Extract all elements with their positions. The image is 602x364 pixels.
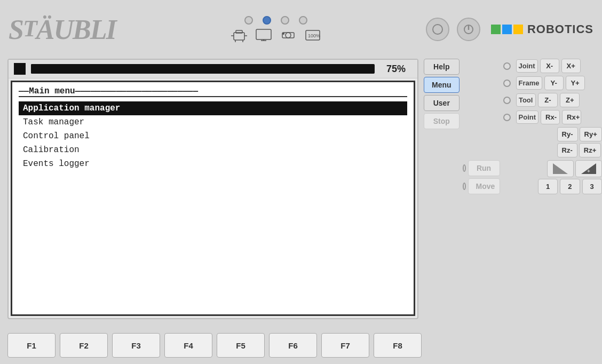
num2-button[interactable]: 2 <box>560 179 580 194</box>
num3-button[interactable]: 3 <box>582 179 602 194</box>
speed-minus-button[interactable] <box>547 160 574 177</box>
menu-title: ——Main menu———————————————————————— <box>19 86 407 97</box>
percent-icon[interactable]: 100% <box>304 28 321 43</box>
power-buttons <box>426 18 480 41</box>
brand-label: ROBOTICS <box>527 22 593 36</box>
svg-rect-6 <box>256 29 271 39</box>
tool-button[interactable]: Tool <box>516 93 536 107</box>
num-row: 1 2 3 <box>503 179 602 194</box>
main-content: 75% ——Main menu———————————————————————— … <box>0 59 602 327</box>
joint-radio <box>503 62 511 70</box>
progress-bar <box>31 64 375 74</box>
svg-text:100%: 100% <box>308 33 320 38</box>
svg-rect-1 <box>236 30 242 33</box>
percent-label: 75% <box>380 64 412 75</box>
point-radio <box>503 114 511 121</box>
tool-radio <box>503 97 511 104</box>
menu-item-calibration[interactable]: Calibration <box>19 143 407 157</box>
point-row: Point Rx- Rx+ <box>503 110 602 124</box>
svg-point-11 <box>282 33 284 35</box>
menu-item-control-panel[interactable]: Control panel <box>19 129 407 143</box>
f8-button[interactable]: F8 <box>374 333 422 358</box>
radio-3[interactable] <box>281 16 289 25</box>
frame-radio <box>503 80 511 87</box>
user-button[interactable]: User <box>424 95 460 111</box>
yminus-button[interactable]: Y- <box>544 76 564 90</box>
zminus-button[interactable]: Z- <box>538 93 558 107</box>
robot-icon[interactable] <box>231 28 248 43</box>
footer: F1 F2 F3 F4 F5 F6 F7 F8 <box>0 327 602 364</box>
joint-row: Joint X- X+ <box>503 59 602 73</box>
brand-squares <box>491 25 523 34</box>
rzplus-button[interactable]: Rz+ <box>579 143 601 157</box>
menu-item-application-manager[interactable]: Application manager <box>19 101 407 115</box>
tool-row: Tool Z- Z+ <box>503 93 602 107</box>
screen-icon[interactable] <box>255 28 272 43</box>
frame-button[interactable]: Frame <box>516 76 542 90</box>
f1-button[interactable]: F1 <box>7 333 56 358</box>
xplus-button[interactable]: X+ <box>561 59 581 73</box>
ryplus-button[interactable]: Ry+ <box>580 127 602 141</box>
screen-area: 75% ——Main menu———————————————————————— … <box>7 59 418 319</box>
rxminus-button[interactable]: Rx- <box>541 110 560 124</box>
power-onoff-button[interactable] <box>457 18 480 41</box>
rzminus-button[interactable]: Rz- <box>557 143 577 157</box>
f3-button[interactable]: F3 <box>112 333 160 358</box>
speed-plus-button[interactable]: + <box>575 160 602 177</box>
svg-rect-0 <box>234 33 244 40</box>
svg-text:+: + <box>587 168 590 174</box>
radio-row <box>244 16 307 25</box>
radio-1[interactable] <box>244 16 253 25</box>
f4-button[interactable]: F4 <box>164 333 212 358</box>
svg-marker-17 <box>553 163 568 174</box>
radio-4[interactable] <box>299 16 307 25</box>
run-radio <box>463 164 466 172</box>
f5-button[interactable]: F5 <box>217 333 265 358</box>
joint-button[interactable]: Joint <box>516 59 538 73</box>
power-circle-button[interactable] <box>426 18 449 41</box>
frame-row: Frame Y- Y+ <box>503 76 602 90</box>
yplus-button[interactable]: Y+ <box>566 76 585 90</box>
zplus-button[interactable]: Z+ <box>560 93 580 107</box>
rxplus-button[interactable]: Rx+ <box>562 110 581 124</box>
num1-button[interactable]: 1 <box>538 179 558 194</box>
stop-button[interactable]: Stop <box>424 113 460 129</box>
menu-button[interactable]: Menu <box>424 77 460 93</box>
screen-indicator <box>14 63 26 75</box>
right-panel: Help Menu User Stop Run Move <box>424 59 595 319</box>
header-center: 100% <box>231 16 321 43</box>
header-right: ROBOTICS <box>426 18 593 41</box>
svg-point-9 <box>286 33 291 38</box>
ryminus-button[interactable]: Ry- <box>557 127 578 141</box>
xminus-button[interactable]: X- <box>540 59 559 73</box>
point-button[interactable]: Point <box>516 110 539 124</box>
screen-top-bar: 75% <box>9 60 417 78</box>
help-button[interactable]: Help <box>424 59 460 75</box>
logo: STÄUBLI <box>9 14 126 45</box>
screen-body: ——Main menu———————————————————————— Appl… <box>11 81 415 316</box>
svg-point-14 <box>433 25 442 34</box>
move-button[interactable]: Move <box>468 178 500 194</box>
header: STÄUBLI <box>0 0 602 59</box>
run-button[interactable]: Run <box>468 160 500 176</box>
radio-2[interactable] <box>263 16 271 25</box>
settings-icon[interactable] <box>280 28 297 43</box>
menu-item-events-logger[interactable]: Events logger <box>19 157 407 171</box>
f6-button[interactable]: F6 <box>269 333 317 358</box>
icon-row: 100% <box>231 28 321 43</box>
menu-item-task-manager[interactable]: Task manager <box>19 115 407 129</box>
f7-button[interactable]: F7 <box>321 333 369 358</box>
f2-button[interactable]: F2 <box>60 333 108 358</box>
move-radio <box>463 183 466 190</box>
